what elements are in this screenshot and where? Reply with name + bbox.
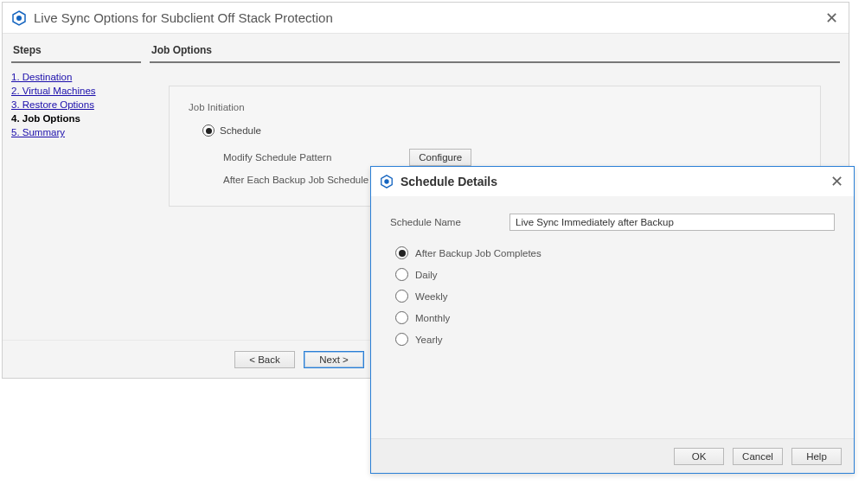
cancel-button[interactable]: Cancel: [733, 448, 783, 465]
step-virtual-machines[interactable]: 2. Virtual Machines: [11, 86, 141, 96]
step-destination[interactable]: 1. Destination: [11, 72, 141, 82]
option-label: Weekly: [415, 291, 448, 302]
main-header: Job Options: [150, 41, 840, 63]
steps-panel: Steps 1. Destination 2. Virtual Machines…: [11, 41, 141, 340]
schedule-name-label: Schedule Name: [390, 217, 485, 227]
back-button[interactable]: < Back: [234, 351, 295, 368]
wizard-title: Live Sync Options for Subclient Off Stac…: [34, 10, 823, 25]
dialog-close-icon[interactable]: ✕: [828, 172, 845, 191]
option-label: Yearly: [415, 335, 443, 345]
dialog-body: Schedule Name After Backup Job Completes…: [371, 196, 854, 438]
option-monthly[interactable]: Monthly: [395, 311, 835, 324]
modify-schedule-label: Modify Schedule Pattern: [223, 152, 331, 163]
option-after-backup[interactable]: After Backup Job Completes: [395, 246, 835, 259]
radio-dot-icon: [395, 268, 408, 281]
radio-dot-icon: [395, 333, 408, 346]
modify-schedule-row: Modify Schedule Pattern Configure: [223, 149, 801, 166]
close-icon[interactable]: ✕: [823, 9, 840, 28]
radio-dot-icon: [395, 290, 408, 303]
dialog-titlebar: Schedule Details ✕: [371, 167, 854, 196]
radio-dot-icon: [395, 246, 408, 259]
radio-dot-icon: [395, 311, 408, 324]
option-daily[interactable]: Daily: [395, 268, 835, 281]
schedule-radio-label: Schedule: [220, 125, 261, 136]
option-label: Daily: [415, 270, 438, 280]
dialog-title: Schedule Details: [400, 175, 828, 188]
dialog-logo-icon: [380, 175, 394, 188]
schedule-name-input[interactable]: [509, 214, 835, 231]
step-summary[interactable]: 5. Summary: [11, 127, 141, 137]
step-job-options[interactable]: 4. Job Options: [11, 113, 141, 124]
option-yearly[interactable]: Yearly: [395, 333, 835, 346]
app-logo-icon: [11, 10, 27, 26]
schedule-radio[interactable]: Schedule: [202, 124, 801, 137]
help-button[interactable]: Help: [791, 448, 842, 465]
job-initiation-label: Job Initiation: [189, 102, 801, 112]
svg-point-3: [384, 179, 388, 183]
option-label: After Backup Job Completes: [415, 248, 541, 258]
configure-button[interactable]: Configure: [409, 149, 471, 166]
radio-dot-icon: [202, 124, 215, 137]
next-button[interactable]: Next >: [304, 351, 364, 368]
dialog-footer: OK Cancel Help: [371, 438, 854, 473]
schedule-details-dialog: Schedule Details ✕ Schedule Name After B…: [370, 166, 855, 474]
option-weekly[interactable]: Weekly: [395, 290, 835, 303]
ok-button[interactable]: OK: [674, 448, 724, 465]
option-label: Monthly: [415, 313, 450, 323]
wizard-titlebar: Live Sync Options for Subclient Off Stac…: [3, 3, 849, 34]
step-restore-options[interactable]: 3. Restore Options: [11, 99, 141, 110]
steps-header: Steps: [11, 41, 141, 63]
schedule-name-row: Schedule Name: [390, 214, 835, 231]
svg-point-1: [16, 16, 22, 21]
